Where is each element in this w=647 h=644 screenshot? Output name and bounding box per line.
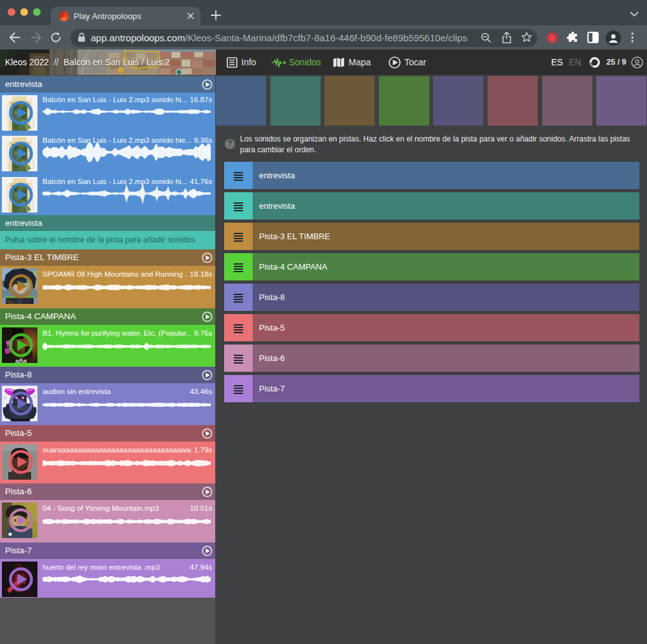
svg-text:aña: aña: [15, 357, 27, 363]
